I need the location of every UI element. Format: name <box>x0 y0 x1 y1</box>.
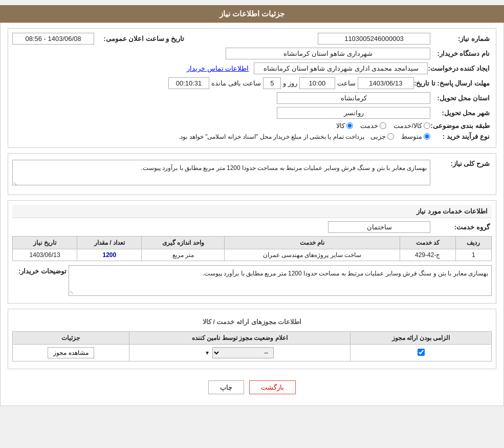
permissions-section: اطلاعات مجوزهای ارائه خدمت / کالا الزامی… <box>8 309 496 369</box>
contact-link[interactable]: اطلاعات تماس خریدار <box>187 65 249 72</box>
perm-col-details: جزئیات <box>13 332 129 345</box>
services-table: ردیف کد خدمت نام خدمت واحد اندازه گیری ت… <box>12 236 492 261</box>
perm-status-select[interactable]: -- <box>212 347 274 358</box>
buyer-notes-resize[interactable]: ⤡ <box>70 290 74 295</box>
service-group-label: گروه خدمت: <box>430 223 492 231</box>
perm-required-cell <box>350 345 492 361</box>
view-permit-button[interactable]: مشاهده مجوز <box>48 347 94 358</box>
announce-datetime-label: تاریخ و ساعت اعلان عمومی: <box>94 35 186 42</box>
row-delivery-city: شهر محل تحویل: روانسر <box>12 107 492 119</box>
table-cell-quantity: 1200 <box>77 249 142 261</box>
announce-datetime-value: 1403/06/08 - 08:56 <box>12 33 94 45</box>
page-wrapper: جزئیات اطلاعات نیاز شماره نیاز: 11030052… <box>0 5 504 406</box>
print-button[interactable]: چاپ <box>208 380 244 394</box>
table-cell-unit: متر مربع <box>142 249 225 261</box>
row-creator: ایجاد کننده درخواست: سیدامجد محمدی اداری… <box>12 62 492 74</box>
row-service-group: گروه خدمت: ساختمان <box>12 221 492 233</box>
radio-kala-khedmat-label: کالا/خدمت <box>393 122 422 130</box>
buyer-notes-wrapper: بهسازی معابر با بتن و سنگ فرش وسایر عملی… <box>69 265 492 296</box>
row-category: طبقه بندی موضوعی: کالا/خدمت خدمت کالا <box>12 122 492 130</box>
delivery-province-value: کرمانشاه <box>277 92 430 104</box>
need-number-label: شماره نیاز: <box>430 35 492 42</box>
category-label: طبقه بندی موضوعی: <box>430 122 492 130</box>
page-header: جزئیات اطلاعات نیاز <box>0 5 504 23</box>
radio-kala-label: کالا <box>336 122 345 130</box>
radio-kala-khedmat[interactable] <box>424 122 430 129</box>
services-section: اطلاعات خدمات مورد نیاز گروه خدمت: ساختم… <box>8 200 496 304</box>
chevron-down-icon: ▾ <box>206 349 209 356</box>
col-unit: واحد اندازه گیری <box>142 237 225 249</box>
response-time-label: ساعت <box>337 79 356 87</box>
table-cell-service_name: ساخت سایر پروژه‌های مهندسی عمران <box>224 249 400 261</box>
row-need-description: شرح کلی نیاز: بهسازی معابر با بتن و سنگ … <box>12 158 492 187</box>
row-need-number: شماره نیاز: 1103005246000003 تاریخ و ساع… <box>12 33 492 45</box>
row-purchase-type: نوع فرآیند خرید : متوسط جزیی پرداخت تمام… <box>12 133 492 140</box>
purchase-type-option-motawaset: متوسط <box>401 133 430 140</box>
creator-label: ایجاد کننده درخواست: <box>428 65 492 72</box>
radio-khedmat-label: خدمت <box>360 122 378 130</box>
perm-col-status: اعلام وضعیت مجوز توسط نامین کننده <box>129 332 350 345</box>
need-description-label: شرح کلی نیاز: <box>430 158 492 167</box>
row-delivery-province: استان محل تحویل: کرمانشاه <box>12 92 492 104</box>
category-radio-group: کالا/خدمت خدمت کالا <box>336 122 430 130</box>
category-option-kala-khedmat: کالا/خدمت <box>393 122 430 130</box>
category-option-kala: کالا <box>336 122 353 130</box>
col-service-code: کد خدمت <box>400 237 455 249</box>
response-date: 1403/06/13 <box>358 77 414 89</box>
main-content: شماره نیاز: 1103005246000003 تاریخ و ساع… <box>0 23 504 406</box>
resize-handle[interactable]: ⤡ <box>13 181 17 186</box>
purchase-type-radio-group: متوسط جزیی <box>370 133 430 140</box>
perm-status-cell: -- ▾ <box>129 345 350 361</box>
delivery-city-label: شهر محل تحویل: <box>430 109 492 117</box>
need-description-wrapper: بهسازی معابر با بتن و سنگ فرش وسایر عملی… <box>12 158 430 187</box>
creator-value: سیدامجد محمدی اداری شهرداری شاهو استان ک… <box>254 62 428 74</box>
form-section-basic: شماره نیاز: 1103005246000003 تاریخ و ساع… <box>8 28 496 148</box>
back-button[interactable]: بازگشت <box>249 380 296 394</box>
page-title: جزئیات اطلاعات نیاز <box>220 9 284 18</box>
radio-kala[interactable] <box>346 122 353 129</box>
row-response-deadline: مهلت ارسال پاسخ: تا تاریخ: 1403/06/13 سا… <box>12 77 492 89</box>
services-section-title: اطلاعات خدمات مورد نیاز <box>12 205 492 218</box>
col-row-num: ردیف <box>455 237 491 249</box>
buyer-notes-value: بهسازی معابر با بتن و سنگ فرش وسایر عملی… <box>69 265 492 296</box>
response-days-label: روز و <box>283 79 297 87</box>
table-cell-row_num: 1 <box>455 249 491 261</box>
perm-required-checkbox[interactable] <box>418 349 425 356</box>
permissions-title: اطلاعات مجوزهای ارائه خدمت / کالا <box>12 315 492 328</box>
purchase-type-option-jozi: جزیی <box>370 133 394 140</box>
delivery-city-value: روانسر <box>277 107 430 119</box>
perm-row: -- ▾ مشاهده مجوز <box>13 345 492 361</box>
radio-jozi[interactable] <box>387 133 394 140</box>
table-cell-date: 1403/06/13 <box>13 249 77 261</box>
radio-jozi-label: جزیی <box>370 133 386 140</box>
perm-col-required: الزامی بودن ارائه مجوز <box>350 332 492 345</box>
row-buyer-org: نام دستگاه خریدار: شهرداری شاهو استان کر… <box>12 48 492 59</box>
need-number-value: 1103005246000003 <box>318 33 430 45</box>
category-option-khedmat: خدمت <box>360 122 386 130</box>
perm-details-cell: مشاهده مجوز <box>13 345 129 361</box>
col-need-date: تاریخ نیاز <box>13 237 77 249</box>
delivery-province-label: استان محل تحویل: <box>430 94 492 102</box>
response-time: 10:00 <box>299 77 335 89</box>
buyer-org-value: شهرداری شاهو استان کرمانشاه <box>226 48 430 59</box>
response-deadline-label: مهلت ارسال پاسخ: تا تاریخ: <box>414 79 492 87</box>
permissions-table: الزامی بودن ارائه مجوز اعلام وضعیت مجوز … <box>12 331 492 361</box>
response-days: 5 <box>263 77 281 89</box>
buyer-notes-label: توضیحات خریدار: <box>12 265 69 275</box>
footer-buttons: بازگشت چاپ <box>8 374 496 400</box>
remaining-label: ساعت باقی مانده <box>211 79 261 87</box>
table-cell-service_code: ج-42-429 <box>400 249 455 261</box>
radio-motawaset[interactable] <box>424 133 430 140</box>
purchase-type-note: پرداخت تمام یا بخشی از مبلغ خریداز محل "… <box>179 133 364 140</box>
remaining-time: 00:10:31 <box>168 77 209 89</box>
row-buyer-notes: بهسازی معابر با بتن و سنگ فرش وسایر عملی… <box>12 265 492 296</box>
need-description-value: بهسازی معابر با بتن و سنگ فرش وسایر عملی… <box>12 160 430 185</box>
buyer-org-label: نام دستگاه خریدار: <box>430 50 492 57</box>
need-description-section: شرح کلی نیاز: بهسازی معابر با بتن و سنگ … <box>8 153 496 195</box>
radio-motawaset-label: متوسط <box>401 133 422 140</box>
col-service-name: نام خدمت <box>224 237 400 249</box>
radio-khedmat[interactable] <box>380 122 386 129</box>
purchase-type-label: نوع فرآیند خرید : <box>430 133 492 140</box>
service-group-value: ساختمان <box>328 221 430 233</box>
col-quantity: تعداد / مقدار <box>77 237 142 249</box>
